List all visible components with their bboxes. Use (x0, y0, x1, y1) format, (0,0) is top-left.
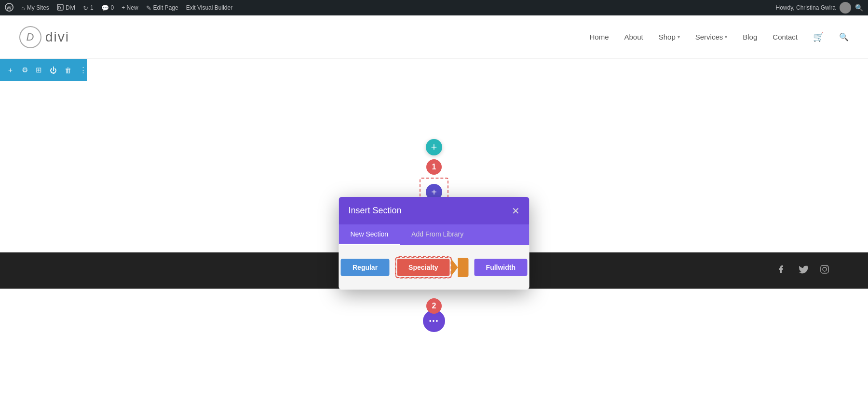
shop-chevron-icon: ▾ (678, 34, 680, 40)
cart-icon[interactable]: 🛒 (813, 32, 824, 42)
my-sites-label: My Sites (27, 4, 49, 11)
divi-icon: D (57, 4, 64, 12)
howdy-text: Howdy, Christina Gwira (776, 4, 836, 11)
my-sites-icon: ⌂ (21, 4, 25, 12)
plus-icon: + (431, 141, 437, 153)
page-content: + 1 + Designed by Elegant Themes | Power… (0, 81, 868, 347)
divi-label: Divi (66, 4, 75, 11)
dots-icon: ••• (429, 317, 439, 325)
logo-text: divi (45, 29, 69, 45)
toolbar-add-icon[interactable]: ＋ (7, 66, 14, 75)
wp-icon: W (5, 3, 14, 13)
nav-about[interactable]: About (624, 33, 643, 41)
comments-count: 0 (111, 4, 114, 11)
toolbar-layout-icon[interactable]: ⊞ (36, 66, 42, 74)
nav-shop[interactable]: Shop ▾ (659, 33, 680, 41)
insert-section-modal: Insert Section ✕ New Section Add From Li… (339, 197, 529, 290)
edit-page-label: Edit Page (153, 4, 178, 11)
plus-icon-purple: + (431, 187, 437, 198)
my-sites-link[interactable]: ⌂ My Sites (21, 4, 49, 12)
svg-point-5 (823, 267, 827, 271)
specialty-wrapper: Specialty (395, 257, 468, 278)
modal-close-button[interactable]: ✕ (512, 206, 520, 216)
nav-blog[interactable]: Blog (743, 33, 757, 41)
modal-title: Insert Section (349, 206, 402, 216)
search-icon[interactable]: 🔍 (839, 32, 849, 42)
bottom-dots-button[interactable]: ••• (423, 310, 445, 332)
divi-link[interactable]: D Divi (57, 4, 75, 12)
builder-toolbar: ＋ ⚙ ⊞ ⏻ 🗑 ⋮ (0, 59, 87, 81)
updates-count: 1 (90, 4, 94, 11)
add-section-button-teal[interactable]: + (426, 139, 442, 155)
logo-circle: D (19, 26, 41, 48)
facebook-icon[interactable] (777, 264, 787, 277)
nav-contact[interactable]: Contact (773, 33, 798, 41)
modal-body: Regular Specialty Fullwidth (339, 245, 529, 290)
modal-header: Insert Section ✕ (339, 197, 529, 224)
specialty-dashed-outline: Specialty (395, 257, 451, 278)
toolbar-more-icon[interactable]: ⋮ (80, 66, 87, 74)
fullwidth-section-button[interactable]: Fullwidth (475, 259, 527, 276)
toolbar-delete-icon[interactable]: 🗑 (65, 66, 72, 74)
tab-new-section[interactable]: New Section (339, 224, 400, 245)
regular-section-button[interactable]: Regular (341, 259, 389, 276)
edit-page-link[interactable]: ✎ Edit Page (146, 4, 178, 12)
services-chevron-icon: ▾ (725, 34, 727, 40)
updates-icon: ↻ (83, 4, 88, 12)
updates-link[interactable]: ↻ 1 (83, 4, 94, 12)
exit-builder-link[interactable]: Exit Visual Builder (186, 4, 233, 11)
admin-bar-right: Howdy, Christina Gwira 🔍 (776, 2, 863, 14)
modal-overlay: Insert Section ✕ New Section Add From Li… (0, 81, 868, 347)
site-logo[interactable]: D divi (19, 26, 69, 48)
comments-link[interactable]: 💬 0 (101, 4, 114, 12)
nav-services[interactable]: Services ▾ (695, 33, 728, 41)
tab-add-from-library[interactable]: Add From Library (400, 224, 475, 245)
instagram-icon[interactable] (820, 264, 829, 277)
specialty-color-swatch (458, 258, 469, 277)
toolbar-settings-icon[interactable]: ⚙ (22, 66, 28, 74)
exit-builder-label: Exit Visual Builder (186, 4, 233, 11)
twitter-icon[interactable] (799, 264, 808, 277)
svg-text:W: W (7, 4, 12, 10)
footer-social (777, 264, 829, 277)
admin-bar: W ⌂ My Sites D Divi ↻ 1 💬 0 + New ✎ Edit… (0, 0, 868, 15)
modal-tabs: New Section Add From Library (339, 224, 529, 245)
new-label: + New (122, 4, 138, 11)
svg-text:D: D (58, 5, 61, 10)
site-header: D divi Home About Shop ▾ Services ▾ Blog… (0, 15, 868, 59)
avatar[interactable] (840, 2, 851, 14)
logo-letter: D (27, 31, 35, 43)
new-link[interactable]: + New (122, 4, 138, 11)
toolbar-power-icon[interactable]: ⏻ (50, 66, 57, 74)
step-badge-1: 1 (426, 159, 442, 175)
edit-icon: ✎ (146, 4, 151, 12)
specialty-arrow-icon (451, 259, 458, 276)
specialty-section-button[interactable]: Specialty (397, 259, 449, 276)
comments-icon: 💬 (101, 4, 109, 12)
nav-home[interactable]: Home (589, 33, 609, 41)
wp-logo[interactable]: W (5, 3, 14, 13)
admin-search-icon[interactable]: 🔍 (855, 4, 863, 12)
site-nav: Home About Shop ▾ Services ▾ Blog Contac… (589, 32, 849, 42)
svg-point-6 (827, 266, 827, 267)
